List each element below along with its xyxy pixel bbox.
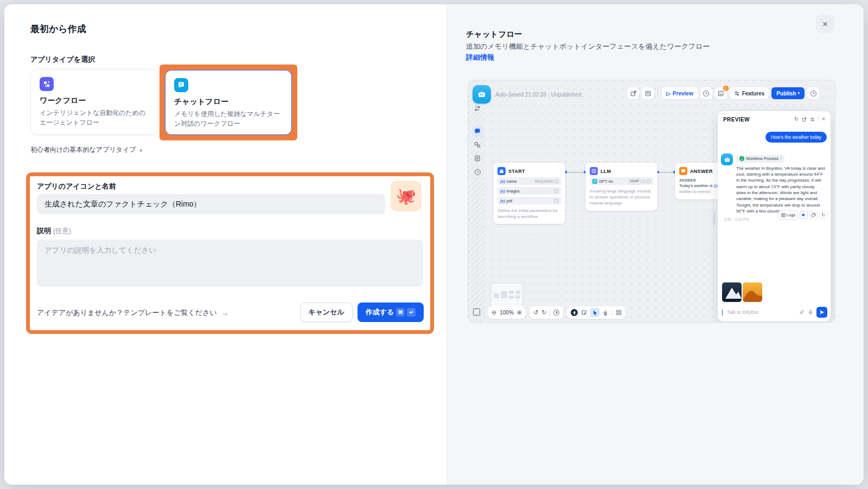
message-actions: Logs ↻ (778, 210, 827, 220)
user-message-bubble: How's the weather today (765, 132, 827, 143)
note-icon[interactable] (472, 153, 483, 164)
regenerate-icon[interactable]: ↻ (819, 211, 827, 219)
create-button-label: 作成する (366, 307, 394, 317)
attachment-thumbnail-night-mountain[interactable] (722, 282, 742, 302)
image-field-icon (554, 189, 558, 193)
restart-chat-icon[interactable]: ↻ (794, 117, 799, 122)
env-variables-icon[interactable] (642, 87, 654, 99)
description-label: 説明 (任意) (37, 226, 71, 236)
zoom-in-icon[interactable]: ⊕ (517, 309, 522, 316)
workflow-editor-preview: Auto-Saved 21:02:35 · Unpublished ▷ Prev… (468, 80, 835, 322)
screen: 最初から作成 アプリタイプを選択 ワークフロー インテリジェントな自動化のための… (0, 0, 868, 489)
close-button[interactable]: × (816, 15, 834, 33)
beginner-apptypes-link[interactable]: 初心者向けの基本的なアプリタイプ › (30, 145, 142, 155)
notification-badge: 2 (723, 85, 729, 92)
panel-settings-icon[interactable] (810, 117, 815, 122)
card-chatflow-selected[interactable]: チャットフロー メモリを使用した複雑なマルチターン対話のワークフロー (165, 70, 292, 135)
pointer-tool-icon-selected[interactable] (590, 308, 599, 317)
node-llm[interactable]: LLM GPT-4o CHAT Invoking large lan (585, 163, 658, 211)
logs-button[interactable]: Logs (778, 210, 798, 220)
features-button[interactable]: Features (730, 87, 769, 99)
workflow-icon (40, 77, 54, 91)
copy-icon[interactable] (809, 211, 818, 219)
topbar-divider (658, 89, 658, 97)
card-desc: インテリジェントな自動化のためのエージェントフロー (40, 108, 149, 127)
zoom-controls: ⊖ 100% ⊕ (488, 306, 526, 319)
arrow-right-icon: → (221, 309, 228, 317)
octopus-emoji-icon: 🐙 (396, 186, 416, 205)
mic-capability-icon (642, 179, 646, 183)
card-title: ワークフロー (40, 96, 149, 106)
create-button[interactable]: 作成する ⌘ ↵ (358, 303, 424, 322)
card-title: チャットフロー (174, 97, 283, 107)
editor-bottom-toolbar: ⊖ 100% ⊕ ↺ ↻ (488, 306, 626, 319)
template-link-label: アイデアがありませんか？テンプレートをご覧ください (37, 308, 217, 318)
change-history-icon[interactable] (553, 310, 559, 316)
zoom-out-icon[interactable]: ⊖ (492, 309, 496, 316)
microphone-icon[interactable] (808, 310, 813, 315)
llm-icon (590, 167, 598, 175)
chatflow-tool-icon-selected[interactable] (472, 126, 483, 137)
send-button[interactable] (816, 307, 827, 318)
left-pane: 最初から作成 アプリタイプを選択 ワークフロー インテリジェントな自動化のための… (4, 4, 446, 485)
optional-hint: (任意) (53, 227, 71, 235)
message-timestamp: 5.8s · 1:20 PM (724, 217, 749, 221)
right-pane: × チャットフロー 追加のメモリ機能とチャットボットインターフェースを備えたワー… (446, 4, 864, 485)
app-name-input[interactable] (37, 194, 385, 214)
beginner-link-label: 初心者向けの基本的なアプリタイプ (30, 145, 136, 155)
icon-name-label: アプリのアイコンと名前 (37, 182, 116, 191)
undo-icon[interactable]: ↺ (533, 309, 538, 316)
preview-button[interactable]: ▷ Preview (662, 87, 698, 99)
version-history-icon[interactable] (807, 87, 819, 99)
app-avatar-icon (473, 85, 491, 104)
paperclip-icon[interactable] (799, 310, 805, 315)
editor-left-rail (472, 103, 483, 177)
hand-tool-icon[interactable] (603, 310, 609, 316)
enter-key-icon: ↵ (407, 308, 416, 317)
add-node-icon[interactable] (571, 309, 578, 316)
canvas-minimap[interactable] (490, 282, 524, 309)
chevron-right-icon: › (140, 146, 142, 154)
cmd-key-icon: ⌘ (396, 308, 405, 317)
bot-message-text: The weather in Boydton, VA today is clea… (736, 165, 825, 215)
open-in-new-icon[interactable] (802, 117, 807, 122)
auto-layout-icon[interactable] (616, 310, 622, 316)
export-icon[interactable] (627, 87, 639, 99)
chat-input[interactable] (726, 309, 796, 316)
redo-icon[interactable]: ↻ (541, 309, 546, 316)
close-preview-icon[interactable]: × (822, 117, 825, 122)
autosave-status: Auto-Saved 21:02:35 · Unpublished (495, 92, 581, 98)
start-field-images: (x) images (497, 187, 561, 195)
node-start[interactable]: START (x) name REQUIRED (x) images (x) (493, 163, 565, 224)
speaker-icon[interactable] (800, 211, 808, 219)
run-history-icon[interactable] (700, 87, 712, 99)
header-divider (818, 117, 819, 122)
details-link[interactable]: 詳細情報 (466, 53, 494, 62)
chat-input-row (722, 306, 827, 319)
add-note-icon[interactable] (581, 310, 587, 316)
workflow-process-chip[interactable]: ✓ Workflow Process › (736, 155, 784, 163)
collapse-panel-icon[interactable] (473, 308, 480, 316)
zoom-level[interactable]: 100% (500, 310, 514, 316)
edge-start-llm (565, 172, 585, 173)
cancel-button[interactable]: キャンセル (300, 303, 353, 322)
card-workflow[interactable]: ワークフロー インテリジェントな自動化のためのエージェントフロー (30, 69, 158, 135)
app-description-textarea[interactable] (37, 240, 423, 287)
panel-resize-handle[interactable] (713, 211, 715, 226)
template-gallery-link[interactable]: アイデアがありませんか？テンプレートをご覧ください → (37, 308, 228, 318)
node-block-icon[interactable] (472, 139, 483, 150)
checklist-icon[interactable]: 2 (715, 87, 727, 99)
app-icon-picker[interactable]: 🐙 (391, 181, 422, 211)
card-desc: メモリを使用した複雑なマルチターン対話のワークフロー (174, 109, 283, 128)
undo-redo-controls: ↺ ↻ (529, 306, 563, 319)
align-nodes-icon[interactable] (472, 103, 483, 114)
caret-down-icon: ▾ (797, 91, 800, 95)
gpt-model-icon (592, 179, 597, 184)
history-clock-icon[interactable] (472, 166, 483, 177)
attachment-thumbnail-sunset-mountain[interactable] (743, 282, 762, 302)
bot-avatar (721, 153, 733, 165)
chevron-right-icon: › (780, 156, 782, 161)
start-field-name: (x) name REQUIRED (497, 177, 561, 185)
publish-button[interactable]: Publish ▾ (771, 87, 805, 99)
selected-type-title: チャットフロー (466, 29, 522, 40)
